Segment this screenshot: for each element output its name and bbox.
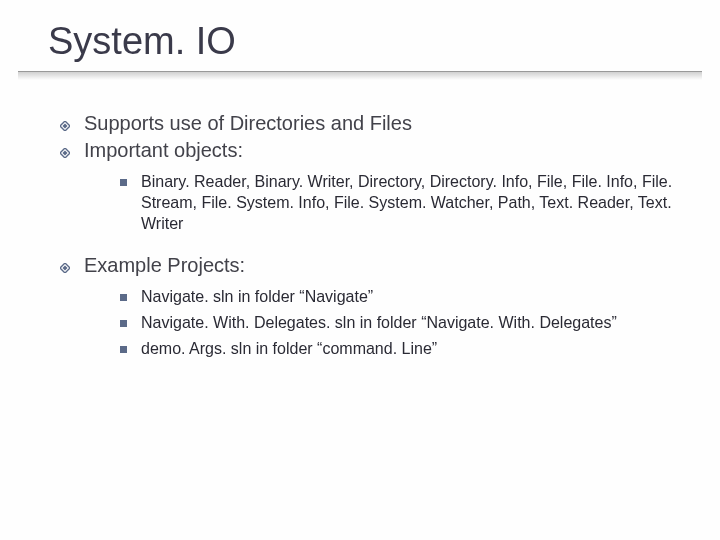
diamond-bullet-icon bbox=[60, 148, 70, 158]
square-bullet-icon bbox=[120, 346, 127, 353]
subbullet-text: demo. Args. sln in folder “command. Line… bbox=[141, 339, 437, 360]
svg-marker-5 bbox=[63, 266, 68, 271]
svg-marker-3 bbox=[63, 151, 68, 156]
svg-marker-1 bbox=[63, 124, 68, 129]
diamond-bullet-icon bbox=[60, 121, 70, 131]
bullet-level1: Example Projects: bbox=[60, 254, 680, 277]
subbullet-text: Binary. Reader, Binary. Writer, Director… bbox=[141, 172, 680, 234]
diamond-bullet-icon bbox=[60, 263, 70, 273]
slide-title: System. IO bbox=[48, 20, 672, 63]
bullet-text: Important objects: bbox=[84, 139, 243, 162]
sublist-projects: Navigate. sln in folder “Navigate” Navig… bbox=[120, 287, 680, 359]
slide: System. IO Supports use of Directories a… bbox=[0, 0, 720, 540]
subbullet-text: Navigate. With. Delegates. sln in folder… bbox=[141, 313, 617, 334]
sublist-objects: Binary. Reader, Binary. Writer, Director… bbox=[120, 172, 680, 234]
bullet-level2: Navigate. sln in folder “Navigate” bbox=[120, 287, 680, 308]
slide-body: Supports use of Directories and Files Im… bbox=[0, 72, 720, 360]
title-shadow bbox=[18, 72, 702, 80]
bullet-level2: Navigate. With. Delegates. sln in folder… bbox=[120, 313, 680, 334]
bullet-text: Example Projects: bbox=[84, 254, 245, 277]
bullet-level1: Supports use of Directories and Files bbox=[60, 112, 680, 135]
bullet-level2: Binary. Reader, Binary. Writer, Director… bbox=[120, 172, 680, 234]
bullet-level2: demo. Args. sln in folder “command. Line… bbox=[120, 339, 680, 360]
square-bullet-icon bbox=[120, 179, 127, 186]
title-block: System. IO bbox=[18, 0, 702, 72]
square-bullet-icon bbox=[120, 320, 127, 327]
subbullet-text: Navigate. sln in folder “Navigate” bbox=[141, 287, 373, 308]
bullet-level1: Important objects: bbox=[60, 139, 680, 162]
bullet-text: Supports use of Directories and Files bbox=[84, 112, 412, 135]
square-bullet-icon bbox=[120, 294, 127, 301]
